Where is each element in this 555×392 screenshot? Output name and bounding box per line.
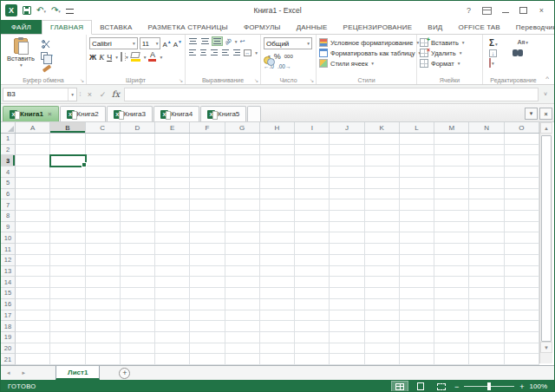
cell-F9[interactable]: [190, 222, 225, 233]
cell-H11[interactable]: [260, 244, 295, 255]
align-middle-button[interactable]: [200, 37, 210, 45]
column-header-M[interactable]: M: [434, 122, 469, 133]
cell-J5[interactable]: [330, 178, 364, 189]
cell-N19[interactable]: [469, 332, 504, 343]
align-bottom-button[interactable]: [212, 37, 222, 45]
row-header-3[interactable]: 3: [1, 155, 16, 167]
cell-K21[interactable]: [365, 354, 400, 365]
cell-N16[interactable]: [469, 299, 504, 310]
cell-F4[interactable]: [190, 167, 225, 178]
cell-C4[interactable]: [86, 167, 121, 178]
cell-M14[interactable]: [434, 277, 469, 288]
cell-A13[interactable]: [16, 266, 50, 278]
office-tab-close-icon[interactable]: ×: [48, 110, 52, 118]
cell-F5[interactable]: [190, 178, 225, 189]
cell-L12[interactable]: [400, 255, 434, 266]
column-header-F[interactable]: F: [190, 122, 225, 133]
cell-B16[interactable]: [50, 299, 85, 310]
cell-L18[interactable]: [400, 321, 434, 332]
cell-D12[interactable]: [121, 255, 155, 266]
autosum-button[interactable]: Σ▾: [489, 38, 511, 48]
cell-F13[interactable]: [190, 266, 225, 278]
cell-O19[interactable]: [505, 332, 539, 343]
cell-B9[interactable]: [50, 222, 85, 233]
orientation-button[interactable]: ab: [224, 36, 232, 45]
cell-C19[interactable]: [86, 332, 121, 343]
cell-D8[interactable]: [121, 211, 155, 222]
zoom-in-button[interactable]: +: [519, 382, 524, 391]
cell-I15[interactable]: [295, 288, 330, 299]
cell-G10[interactable]: [225, 232, 260, 244]
cell-I3[interactable]: [295, 155, 330, 167]
cell-G15[interactable]: [225, 288, 260, 299]
column-header-E[interactable]: E: [155, 122, 190, 133]
cell-L14[interactable]: [400, 277, 434, 288]
cell-M6[interactable]: [434, 189, 469, 200]
cell-M4[interactable]: [434, 167, 469, 178]
cell-O16[interactable]: [505, 299, 539, 310]
cell-M13[interactable]: [434, 266, 469, 278]
cell-O21[interactable]: [505, 354, 539, 365]
row-header-9[interactable]: 9: [1, 222, 16, 233]
cell-L6[interactable]: [400, 189, 434, 200]
cell-I16[interactable]: [295, 299, 330, 310]
cell-H15[interactable]: [260, 288, 295, 299]
cut-button[interactable]: [38, 39, 55, 49]
cell-J9[interactable]: [330, 222, 364, 233]
column-header-K[interactable]: K: [365, 122, 400, 133]
cell-B2[interactable]: [50, 145, 85, 156]
bold-button[interactable]: Ж: [89, 53, 96, 62]
cell-F2[interactable]: [190, 145, 225, 156]
cell-M2[interactable]: [434, 145, 469, 156]
cell-G11[interactable]: [225, 244, 260, 255]
cell-M19[interactable]: [434, 332, 469, 343]
cell-G19[interactable]: [225, 332, 260, 343]
cell-M21[interactable]: [434, 354, 469, 365]
cell-F8[interactable]: [190, 211, 225, 222]
cell-L20[interactable]: [400, 343, 434, 355]
cell-J10[interactable]: [330, 232, 364, 244]
cell-M7[interactable]: [434, 199, 469, 211]
row-header-17[interactable]: 17: [1, 310, 16, 322]
increase-indent-button[interactable]: [232, 49, 241, 56]
cell-I13[interactable]: [295, 266, 330, 278]
scroll-up-icon[interactable]: ▲: [540, 122, 552, 134]
ribbon-tab-файл[interactable]: ФАЙЛ: [1, 20, 42, 34]
cell-K10[interactable]: [365, 232, 400, 244]
cell-L9[interactable]: [400, 222, 434, 233]
cell-D11[interactable]: [121, 244, 155, 255]
cell-B17[interactable]: [50, 310, 85, 322]
cell-I6[interactable]: [295, 189, 330, 200]
cell-H8[interactable]: [260, 211, 295, 222]
cell-D17[interactable]: [121, 310, 155, 322]
cell-J16[interactable]: [330, 299, 364, 310]
cell-K2[interactable]: [365, 145, 400, 156]
font-color-button[interactable]: А: [148, 52, 156, 62]
cell-G21[interactable]: [225, 354, 260, 365]
wrap-text-button[interactable]: ↩: [240, 38, 245, 45]
row-header-18[interactable]: 18: [1, 321, 16, 332]
decrease-indent-button[interactable]: [221, 49, 230, 56]
cell-I8[interactable]: [295, 211, 330, 222]
cell-D13[interactable]: [121, 266, 155, 278]
cell-O18[interactable]: [505, 321, 539, 332]
column-header-H[interactable]: H: [260, 122, 295, 133]
cell-I11[interactable]: [295, 244, 330, 255]
cell-B20[interactable]: [50, 343, 85, 355]
cell-L19[interactable]: [400, 332, 434, 343]
format-cells-button[interactable]: Формат▾: [420, 59, 480, 68]
cell-E9[interactable]: [155, 222, 190, 233]
office-tab-stub[interactable]: [247, 106, 261, 121]
cell-D21[interactable]: [121, 354, 155, 365]
cell-F15[interactable]: [190, 288, 225, 299]
cell-J7[interactable]: [330, 199, 364, 211]
cell-C10[interactable]: [86, 232, 121, 244]
cell-J4[interactable]: [330, 167, 364, 178]
font-size-select[interactable]: 11▾: [140, 37, 161, 49]
column-header-L[interactable]: L: [400, 122, 434, 133]
cell-A2[interactable]: [16, 145, 50, 156]
spreadsheet-grid[interactable]: 123456789101112131415161718192021: [1, 134, 539, 365]
office-tab-книга2[interactable]: XКнига2: [60, 106, 106, 121]
cell-K8[interactable]: [365, 211, 400, 222]
cell-O5[interactable]: [505, 178, 539, 189]
